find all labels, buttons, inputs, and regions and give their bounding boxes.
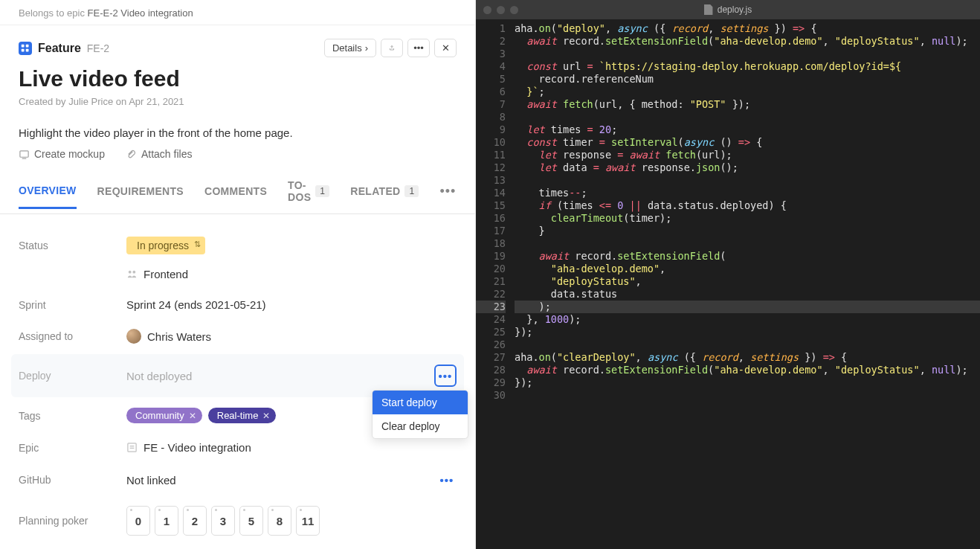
tag-community[interactable]: Community ✕ [126, 408, 202, 423]
mockup-icon [19, 149, 30, 160]
close-icon: ✕ [442, 42, 450, 54]
record-meta: Created by Julie Price on Apr 21, 2021 [19, 96, 457, 107]
deploy-actions-button[interactable]: ••• [434, 365, 457, 387]
poker-card[interactable]: 8 [268, 506, 291, 536]
github-value[interactable]: Not linked [126, 474, 437, 487]
status-select[interactable]: In progress [126, 237, 205, 254]
svg-rect-0 [22, 44, 25, 47]
window-controls[interactable] [476, 6, 518, 14]
todos-count: 1 [315, 185, 329, 197]
svg-rect-4 [20, 150, 28, 156]
poker-card[interactable]: 3 [211, 506, 235, 536]
code-editor: deploy.js 123456789101112131415161718192… [476, 0, 980, 549]
code-content[interactable]: aha.on("deploy", async ({ record, settin… [515, 22, 980, 549]
record-title[interactable]: Live video feed [19, 66, 457, 92]
github-actions-button[interactable]: ••• [437, 472, 457, 488]
related-count: 1 [404, 185, 419, 197]
poker-card[interactable]: 2 [183, 506, 207, 536]
tab-related-label: RELATED [350, 185, 400, 197]
deploy-dropdown: Start deploy Clear deploy [372, 390, 468, 439]
deploy-value: Not deployed [126, 370, 434, 382]
feature-icon [19, 42, 32, 55]
svg-rect-2 [22, 48, 25, 51]
record-description[interactable]: Highlight the video player in the front … [0, 126, 475, 148]
editor-filename: deploy.js [718, 4, 752, 15]
close-button[interactable]: ✕ [434, 39, 457, 57]
svg-point-6 [132, 271, 135, 274]
poker-cards: 01235811 [126, 506, 457, 536]
poker-card[interactable]: 0 [126, 506, 150, 536]
paperclip-icon [126, 149, 137, 160]
tag-realtime[interactable]: Real-time ✕ [208, 408, 277, 423]
record-type: Feature [38, 42, 81, 55]
tabs: OVERVIEW REQUIREMENTS COMMENTS TO-DOS 1 … [0, 169, 475, 214]
poker-label: Planning poker [19, 515, 126, 527]
assigned-label: Assigned to [19, 330, 126, 342]
start-deploy-item[interactable]: Start deploy [373, 391, 468, 414]
line-gutter: 1234567891011121314151617181920212223242… [476, 22, 515, 549]
create-mockup-label: Create mockup [34, 148, 105, 160]
deploy-label: Deploy [19, 370, 126, 382]
tag-remove-icon[interactable]: ✕ [262, 411, 270, 421]
tag-remove-icon[interactable]: ✕ [189, 411, 196, 421]
epic-link[interactable]: FE-E-2 Video integration [88, 7, 193, 19]
epic-prefix: Belongs to epic [19, 7, 85, 19]
more-button[interactable]: ••• [407, 39, 430, 57]
file-icon [704, 4, 713, 15]
poker-card[interactable]: 11 [296, 506, 320, 536]
team-value[interactable]: Frontend [144, 268, 188, 280]
attach-files-button[interactable]: Attach files [126, 148, 192, 160]
svg-rect-1 [26, 44, 29, 47]
poker-card[interactable]: 5 [239, 506, 263, 536]
tabs-more-button[interactable]: ••• [439, 184, 459, 199]
share-icon [389, 42, 395, 54]
create-mockup-button[interactable]: Create mockup [19, 148, 105, 160]
epic-value[interactable]: FE - Video integration [144, 441, 251, 454]
attach-files-label: Attach files [141, 148, 192, 160]
record-ref: FE-2 [87, 42, 109, 54]
clear-deploy-item[interactable]: Clear deploy [373, 414, 468, 438]
chevron-right-icon: › [365, 42, 368, 54]
avatar [126, 329, 141, 344]
share-button[interactable] [381, 39, 403, 57]
epic-breadcrumb: Belongs to epic FE-E-2 Video integration [0, 0, 475, 25]
tag-community-label: Community [135, 410, 184, 421]
svg-rect-7 [128, 443, 136, 452]
tab-related[interactable]: RELATED 1 [350, 175, 419, 208]
team-icon [126, 269, 138, 280]
details-button[interactable]: Details › [324, 39, 376, 57]
editor-titlebar: deploy.js [476, 0, 980, 19]
tab-requirements[interactable]: REQUIREMENTS [97, 175, 184, 208]
epic-label: Epic [19, 442, 126, 454]
details-label: Details [332, 42, 362, 54]
status-label: Status [19, 240, 126, 251]
svg-point-5 [129, 271, 132, 274]
assigned-value[interactable]: Chris Waters [147, 330, 211, 343]
epic-icon [126, 442, 138, 453]
sprint-value[interactable]: Sprint 24 (ends 2021-05-21) [126, 298, 457, 311]
poker-card[interactable]: 1 [155, 506, 178, 536]
sprint-label: Sprint [19, 299, 126, 311]
tag-realtime-label: Real-time [217, 410, 259, 421]
record-panel: Belongs to epic FE-E-2 Video integration… [0, 0, 476, 549]
svg-rect-3 [26, 48, 29, 51]
tags-label: Tags [19, 410, 126, 422]
dots-icon: ••• [413, 42, 424, 54]
tab-comments[interactable]: COMMENTS [204, 175, 267, 208]
tab-overview[interactable]: OVERVIEW [19, 174, 77, 209]
github-label: GitHub [19, 474, 126, 486]
tab-todos-label: TO-DOS [288, 179, 311, 203]
tab-todos[interactable]: TO-DOS 1 [288, 169, 329, 214]
